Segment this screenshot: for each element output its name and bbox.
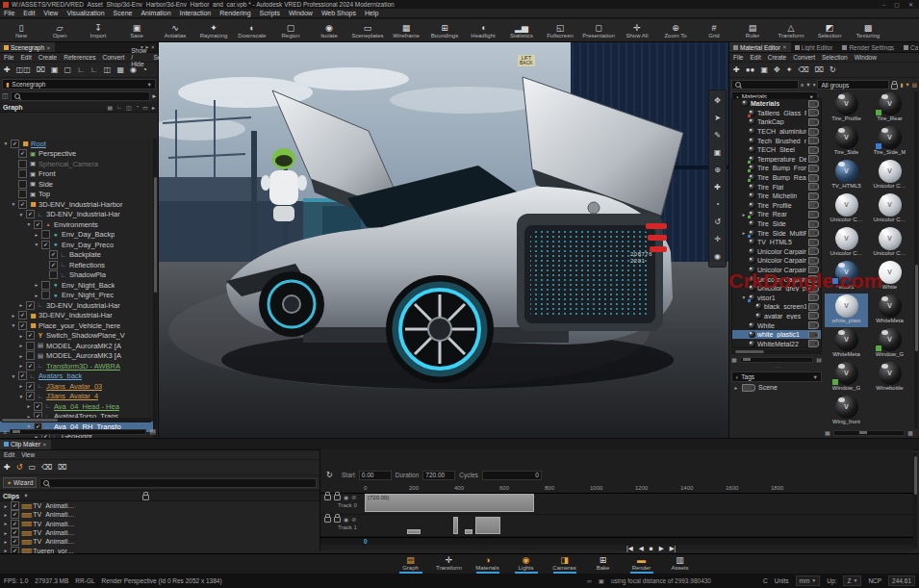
tree-node-label[interactable]: 3D-ENV_Industrial-Harbor xyxy=(38,200,123,209)
clip-toolbar-icon[interactable]: ✚ xyxy=(4,463,11,472)
clip-toolbar-icon[interactable]: ⌧ xyxy=(58,463,66,472)
material-thumbnail[interactable]: v Tire_Rear xyxy=(868,91,911,125)
expander-icon[interactable] xyxy=(34,293,39,298)
material-row[interactable]: WhiteMetal22 xyxy=(732,339,821,348)
toolbar-button[interactable]: ▭ Sceneplates xyxy=(348,20,387,41)
expander-icon[interactable] xyxy=(3,512,9,518)
viewport-tool-icon[interactable]: ↺ xyxy=(714,214,721,230)
toolbar-button[interactable]: # Grid xyxy=(695,20,733,41)
material-row[interactable]: Tire_Bump_Front xyxy=(732,164,821,173)
visibility-checkbox[interactable] xyxy=(11,140,19,148)
material-thumbnail[interactable]: v Window_G xyxy=(825,361,868,395)
menu-item[interactable]: Edit xyxy=(23,10,35,16)
visibility-checkbox[interactable] xyxy=(26,382,35,391)
tag-icon[interactable] xyxy=(808,257,819,265)
clip-toolbar-icon[interactable]: ▭ xyxy=(28,463,36,472)
material-name[interactable]: white_plastic1 xyxy=(757,331,800,338)
expander-icon[interactable] xyxy=(3,539,9,545)
menu-item[interactable]: File xyxy=(4,10,14,16)
tree-node-label[interactable]: Spherical_Camera xyxy=(38,160,98,168)
clip-name[interactable]: TV_Animati… xyxy=(33,538,74,545)
expander-icon[interactable] xyxy=(3,530,9,536)
tag-icon[interactable] xyxy=(808,118,819,126)
tag-icon[interactable] xyxy=(808,321,819,329)
material-thumbnail[interactable]: v white_plast xyxy=(825,294,868,327)
material-menu-item[interactable]: Edit xyxy=(750,54,760,61)
tree-node-label[interactable]: Switch_ShadowPlane_V xyxy=(46,331,125,340)
expander-icon[interactable] xyxy=(11,201,16,207)
tree-options-icon[interactable]: ▤ xyxy=(149,428,156,436)
ncp-value[interactable]: 244.61 xyxy=(888,575,915,586)
tree-node-label[interactable]: Perspective xyxy=(38,149,76,158)
material-name[interactable]: Tire_Profile xyxy=(757,202,792,209)
tab-clip-maker[interactable]: Clip Maker xyxy=(0,440,51,449)
visibility-checkbox[interactable] xyxy=(49,250,58,259)
tree-vertical-scrollbar[interactable] xyxy=(153,139,157,456)
clips-search[interactable] xyxy=(39,478,317,488)
track-0[interactable]: ◉ ⊘ Track 0 (720.00) xyxy=(320,493,913,515)
material-menu-item[interactable]: Window xyxy=(855,54,877,61)
visibility-checkbox[interactable] xyxy=(41,230,50,239)
expander-icon[interactable] xyxy=(11,373,16,379)
expander-icon[interactable] xyxy=(18,212,24,217)
scenegraph-menu-item[interactable]: Show / Hide xyxy=(131,47,146,67)
editor-tab[interactable]: Material Editor ✕ xyxy=(729,42,791,52)
material-name[interactable]: Tire_Michelin xyxy=(757,192,797,199)
viewport-tool-icon[interactable]: ✎ xyxy=(714,127,721,143)
tree-row[interactable]: Env_Night_Prec xyxy=(0,291,154,301)
tag-icon[interactable] xyxy=(808,294,819,301)
scenegraph-menu-item[interactable]: Create xyxy=(38,54,58,61)
groups-combo[interactable]: All groups xyxy=(817,80,889,89)
start-input[interactable]: 0.00 xyxy=(359,471,392,480)
visibility-checkbox[interactable] xyxy=(26,210,35,218)
tag-icon[interactable] xyxy=(808,155,819,163)
material-row[interactable]: TankCap xyxy=(732,117,821,127)
menu-item[interactable]: Help xyxy=(365,10,378,16)
toolbar-button[interactable]: ◻ Presentation xyxy=(579,20,618,41)
material-filter-icon[interactable]: ▾ xyxy=(813,82,816,88)
viewport-tool-icon[interactable]: ◉ xyxy=(714,248,721,265)
tag-icon[interactable] xyxy=(808,211,819,218)
material-name[interactable]: Tire_Side_MultiPass1 xyxy=(757,230,806,237)
material-row[interactable]: Tire_Flat xyxy=(732,182,821,192)
expander-icon[interactable] xyxy=(18,363,24,369)
material-thumbnail[interactable]: v Unicolor C… xyxy=(825,192,868,226)
expander-icon[interactable] xyxy=(741,294,747,300)
material-toolbar-icon[interactable]: ✥ xyxy=(774,65,780,74)
tree-row[interactable]: Avatars_back xyxy=(0,371,154,382)
visibility-checkbox[interactable] xyxy=(26,392,35,400)
clip-checkbox[interactable] xyxy=(11,520,19,528)
material-name[interactable]: Temperature_Decal xyxy=(757,156,806,163)
transport-button[interactable]: ◀ xyxy=(639,545,644,552)
material-toolbar-icon[interactable]: ⌧ xyxy=(815,65,824,74)
group-icon[interactable]: ▮ xyxy=(900,82,903,88)
expander-icon[interactable] xyxy=(26,221,32,227)
tree-row[interactable]: J3ans_Avatar_03 xyxy=(0,381,154,392)
material-toolbar-icon[interactable]: ⌫ xyxy=(798,65,808,74)
material-thumbnail[interactable]: v Tire_Profile xyxy=(825,91,868,125)
list-size2-icon[interactable]: ▤ xyxy=(816,356,822,363)
material-toolbar-icon[interactable]: ✚ xyxy=(733,65,740,74)
visibility-checkbox[interactable] xyxy=(34,402,42,411)
tree-row[interactable]: Backplate xyxy=(0,250,154,261)
editor-tab[interactable]: Ca xyxy=(900,42,919,52)
toolbar-button[interactable]: ▱ Open xyxy=(40,20,79,41)
material-toolbar-icon[interactable]: ▣ xyxy=(760,65,768,74)
toolbar-button[interactable]: △ Transform xyxy=(772,20,810,41)
material-toolbar-icon[interactable]: ✦ xyxy=(786,65,793,74)
tag-icon[interactable] xyxy=(808,247,819,255)
scene-tag-row[interactable]: Scene xyxy=(731,382,822,393)
expander-icon[interactable] xyxy=(3,521,9,526)
toolbar-button[interactable]: ▤ Ruler xyxy=(733,20,772,41)
material-name[interactable]: TV_HTML5 xyxy=(757,239,792,245)
visibility-checkbox[interactable] xyxy=(26,351,35,360)
dock-item[interactable]: ✛ Transform xyxy=(433,554,466,574)
visibility-checkbox[interactable] xyxy=(18,180,27,189)
tag-icon[interactable] xyxy=(808,165,819,172)
tree-row[interactable]: MODEL_AuroraMK2 [A xyxy=(0,341,154,351)
scenegraph-toolbar-icon[interactable]: ✚ xyxy=(4,65,11,74)
material-name[interactable]: Tire_Bump_Front xyxy=(757,165,806,171)
tag-icon[interactable] xyxy=(808,146,819,154)
close-icon[interactable] xyxy=(42,441,47,447)
material-row[interactable]: Tire_Side_MultiPass1 xyxy=(732,228,821,238)
